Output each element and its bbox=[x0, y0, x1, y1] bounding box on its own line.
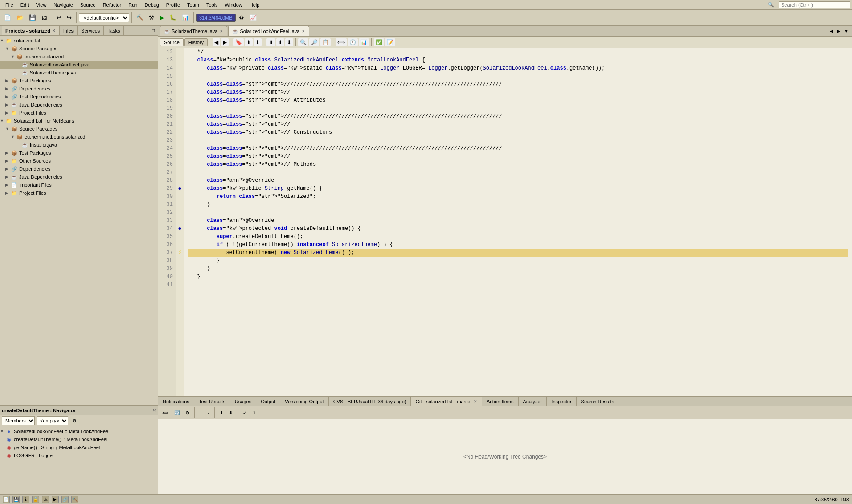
tree-item[interactable]: ▶🔗Test Dependencies bbox=[0, 93, 158, 101]
debug-button[interactable]: 🐛 bbox=[167, 13, 179, 22]
save-all-button[interactable]: 🗂 bbox=[39, 13, 49, 22]
navigator-filter-select[interactable]: <empty> bbox=[37, 416, 68, 425]
search-input[interactable] bbox=[779, 1, 850, 8]
diff-button[interactable]: ⟺ bbox=[336, 38, 347, 46]
memory-indicator[interactable]: 314.3/464.0MB bbox=[196, 14, 236, 22]
git-prev-button[interactable]: ⬆ bbox=[217, 409, 225, 417]
git-options-button[interactable]: ⚙ bbox=[183, 409, 192, 417]
tree-item[interactable]: ▶🔗Dependencies bbox=[0, 85, 158, 93]
bottom-tab-git---solarized-laf---master[interactable]: Git - solarized-laf - master ✕ bbox=[411, 397, 482, 406]
navigator-member-item[interactable]: ◉getName() : String ↑ MetalLookAndFeel bbox=[0, 443, 158, 451]
menu-navigate[interactable]: Navigate bbox=[50, 1, 76, 8]
bottom-tab-output[interactable]: Output bbox=[256, 397, 280, 406]
tree-item[interactable]: ▼📁Solarized LaF for NetBeans bbox=[0, 117, 158, 125]
search-replace-button[interactable]: 🔍 bbox=[298, 38, 308, 46]
status-run2-button[interactable]: ▶ bbox=[52, 496, 59, 503]
menu-tools[interactable]: Tools bbox=[203, 1, 221, 8]
bottom-tab-notifications[interactable]: Notifications bbox=[158, 397, 194, 406]
config-select[interactable]: <default config> bbox=[79, 13, 129, 22]
status-info-button[interactable]: ℹ bbox=[22, 496, 29, 503]
git-commit-button[interactable]: ✓ bbox=[241, 409, 249, 417]
git-refresh-button[interactable]: 🔄 bbox=[172, 409, 182, 417]
profiler-button[interactable]: 📈 bbox=[247, 13, 259, 22]
navigator-close-icon[interactable]: ✕ bbox=[152, 408, 156, 413]
navigator-root-item[interactable]: ▼●SolarizedLookAndFeel :: MetalLookAndFe… bbox=[0, 427, 158, 435]
new-project-button[interactable]: 📄 bbox=[2, 13, 13, 22]
build-button[interactable]: 🔨 bbox=[134, 13, 146, 22]
bottom-tab-test-results[interactable]: Test Results bbox=[194, 397, 230, 406]
tree-item[interactable]: ▶📄Important Files bbox=[0, 181, 158, 189]
tree-item[interactable]: ▶📁Other Sources bbox=[0, 157, 158, 165]
editor-tab-solarizedtheme[interactable]: ☕ SolarizedTheme.java ✕ bbox=[160, 26, 227, 36]
tree-item[interactable]: ▶🔗Dependencies bbox=[0, 165, 158, 173]
editor-tabs-arrow-left[interactable]: ◀ bbox=[828, 29, 835, 33]
tasks-button[interactable]: ✅ bbox=[374, 38, 384, 46]
git-unstage-button[interactable]: - bbox=[206, 409, 212, 417]
bottom-tab-usages[interactable]: Usages bbox=[230, 397, 256, 406]
tree-item[interactable]: ▼📦Source Packages bbox=[0, 45, 158, 53]
bottom-tab-analyzer[interactable]: Analyzer bbox=[519, 397, 547, 406]
prev-error-button[interactable]: ⬆ bbox=[276, 38, 284, 46]
editor-tabs-arrow-right[interactable]: ▶ bbox=[835, 29, 842, 33]
status-lock-button[interactable]: 🔒 bbox=[32, 496, 39, 503]
navigator-settings-button[interactable]: ⚙ bbox=[70, 417, 79, 425]
tree-item[interactable]: ☕Installer.java bbox=[0, 141, 158, 149]
tree-item[interactable]: ▼📦eu.herrn.solarized bbox=[0, 53, 158, 61]
editor-tab-solarizedlookandfeel[interactable]: ☕ SolarizedLookAndFeel.java ✕ bbox=[228, 26, 309, 36]
save-button[interactable]: 💾 bbox=[27, 13, 38, 22]
redo-button[interactable]: ↪ bbox=[65, 13, 74, 22]
bottom-tab-action-items[interactable]: Action Items bbox=[482, 397, 519, 406]
next-error-button[interactable]: ⬇ bbox=[285, 38, 293, 46]
editor-tab-solarizedlookandfeel-close-icon[interactable]: ✕ bbox=[302, 29, 305, 33]
tab-services[interactable]: Services bbox=[78, 26, 104, 35]
tree-item[interactable]: ▼📦Source Packages bbox=[0, 125, 158, 133]
run-button[interactable]: ▶ bbox=[157, 13, 166, 22]
status-new-button[interactable]: 📄 bbox=[3, 496, 10, 503]
undo-button[interactable]: ↩ bbox=[54, 13, 64, 22]
menu-run[interactable]: Run bbox=[125, 1, 141, 8]
git-push-button[interactable]: ⬆ bbox=[250, 409, 258, 417]
history-tab-button[interactable]: History bbox=[184, 38, 208, 46]
menu-source[interactable]: Source bbox=[77, 1, 99, 8]
tree-item[interactable]: ▶☕Java Dependencies bbox=[0, 101, 158, 109]
tasks2-button[interactable]: 📝 bbox=[385, 38, 395, 46]
status-build-button[interactable]: 🔨 bbox=[71, 496, 78, 503]
git-diff-button[interactable]: ⟺ bbox=[160, 409, 171, 417]
menu-help[interactable]: Help bbox=[246, 1, 263, 8]
menu-debug[interactable]: Debug bbox=[141, 1, 162, 8]
bottom-tab-inspector[interactable]: Inspector bbox=[547, 397, 576, 406]
toggle-breakpoint-button[interactable]: ⏸ bbox=[266, 38, 275, 46]
bottom-tab-versioning-output[interactable]: Versioning Output bbox=[280, 397, 328, 406]
editor-forward-button[interactable]: ▶ bbox=[221, 38, 229, 46]
menu-view[interactable]: View bbox=[33, 1, 50, 8]
gc-button[interactable]: ♻ bbox=[237, 13, 246, 22]
prev-bookmark-button[interactable]: ⬆ bbox=[245, 38, 253, 46]
open-project-button[interactable]: 📂 bbox=[14, 13, 26, 22]
menu-edit[interactable]: Edit bbox=[17, 1, 33, 8]
bottom-tab-search-results[interactable]: Search Results bbox=[577, 397, 619, 406]
menu-refactor[interactable]: Refactor bbox=[99, 1, 125, 8]
status-save-button[interactable]: 💾 bbox=[12, 496, 20, 503]
editor-back-button[interactable]: ◀ bbox=[213, 38, 220, 46]
find-button[interactable]: 🔎 bbox=[309, 38, 320, 46]
tree-item[interactable]: ▶📦Test Packages bbox=[0, 77, 158, 85]
code-editor[interactable]: 1213141516171819202122232425262728293031… bbox=[158, 48, 852, 396]
menu-window[interactable]: Window bbox=[221, 1, 246, 8]
git-next-button[interactable]: ⬇ bbox=[227, 409, 235, 417]
tree-item[interactable]: ▶📁Project Files bbox=[0, 109, 158, 117]
menu-profile[interactable]: Profile bbox=[163, 1, 184, 8]
tab-tasks[interactable]: Tasks bbox=[104, 26, 124, 35]
chart-button[interactable]: 📊 bbox=[359, 38, 369, 46]
tab-files[interactable]: Files bbox=[60, 26, 78, 35]
tree-item[interactable]: ▼📁solarized-laf bbox=[0, 37, 158, 45]
navigator-member-item[interactable]: ◉createDefaultTheme() ↑ MetalLookAndFeel bbox=[0, 435, 158, 443]
menu-team[interactable]: Team bbox=[184, 1, 203, 8]
tree-item[interactable]: ▶📁Project Files bbox=[0, 189, 158, 197]
tree-item[interactable]: ☕SolarizedTheme.java bbox=[0, 69, 158, 77]
tree-item[interactable]: ▼📦eu.herrn.netbeans.solarized bbox=[0, 133, 158, 141]
panel-maximize-button[interactable]: □ bbox=[151, 28, 156, 33]
status-connect-button[interactable]: 🔗 bbox=[61, 496, 69, 503]
tree-item[interactable]: ▶📦Test Packages bbox=[0, 149, 158, 157]
tree-item[interactable]: ▶☕Java Dependencies bbox=[0, 173, 158, 181]
tab-projects[interactable]: Projects - solarized ✕ bbox=[2, 26, 60, 35]
